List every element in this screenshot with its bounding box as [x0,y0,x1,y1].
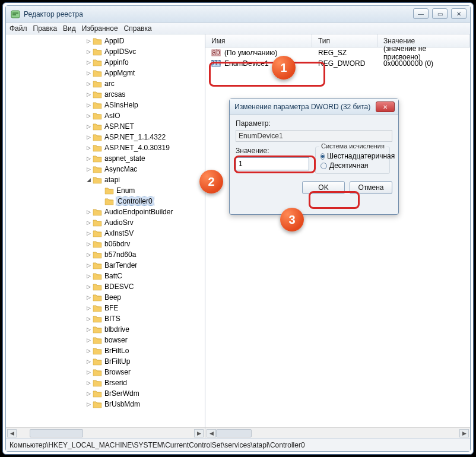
tree-node[interactable]: ▷BITS [6,313,205,324]
col-header-name[interactable]: Имя [205,34,312,47]
tree-node[interactable]: ▷arcsas [6,89,205,100]
col-header-type[interactable]: Тип [312,34,377,47]
radio-hex[interactable]: Шестнадцатеричная [320,152,385,160]
expand-icon[interactable]: ▷ [85,316,91,322]
expand-icon[interactable]: ▷ [85,369,91,375]
expand-icon[interactable]: ▷ [85,337,91,343]
radio-dec[interactable]: Десятичная [320,161,385,170]
folder-icon [93,80,102,88]
expand-icon[interactable]: ▷ [85,145,91,151]
tree-node[interactable]: ▷Brserid [6,377,205,388]
expand-icon[interactable]: ▷ [85,49,91,55]
value-input[interactable] [236,157,309,170]
close-button[interactable]: ✕ [451,8,467,19]
tree-node[interactable]: ▷AppIDSvc [6,46,205,57]
tree-node[interactable]: ◢atapi [6,174,205,185]
cancel-button[interactable]: Отмена [350,181,392,194]
expand-icon[interactable]: ▷ [85,252,91,258]
tree-node[interactable]: ▷arc [6,78,205,89]
list-hscrollbar[interactable]: ◀ ▶ [205,427,470,438]
scroll-thumb[interactable] [216,429,252,437]
tree-node[interactable]: ▷Beep [6,292,205,303]
expand-icon[interactable]: ▷ [85,209,91,215]
tree-node[interactable]: ▷bowser [6,335,205,345]
expand-icon[interactable]: ▷ [85,123,91,129]
dialog-close-button[interactable]: ✕ [376,101,395,112]
tree-node[interactable]: ▷b57nd60a [6,249,205,260]
expand-icon[interactable]: ▷ [85,59,91,65]
tree-node[interactable]: ▷BarTender [6,260,205,271]
expand-icon[interactable]: ▷ [85,38,91,44]
menu-favorites[interactable]: Избранное [82,24,118,33]
tree-node[interactable]: ▷AudioSrv [6,217,205,228]
tree-node[interactable]: ▷AxInstSV [6,228,205,239]
expand-icon[interactable]: ▷ [85,391,91,396]
expand-icon[interactable]: ▷ [85,380,91,386]
menu-help[interactable]: Справка [124,24,152,33]
expand-icon[interactable]: ▷ [85,81,91,87]
value-row[interactable]: (По умолчанию)REG_SZ(значение не присвое… [205,47,470,58]
value-row[interactable]: EnumDevice1REG_DWORD0x00000000 (0) [205,58,470,69]
tree-node[interactable]: ▷BrFiltLo [6,345,205,356]
expand-icon[interactable]: ▷ [85,166,91,172]
tree-node[interactable]: ▷aspnet_state [6,153,205,164]
tree-node[interactable]: ▷BrSerWdm [6,388,205,399]
expand-icon[interactable]: ▷ [85,155,91,161]
scroll-left-icon[interactable]: ◀ [207,429,216,437]
tree-node[interactable]: ▷ASP.NET_4.0.30319 [6,142,205,153]
tree-node[interactable]: ▷b06bdrv [6,239,205,249]
tree-node[interactable]: ▷BDESVC [6,281,205,292]
tree-node[interactable]: ▷blbdrive [6,324,205,335]
tree-node[interactable]: ▷ASP.NET [6,121,205,132]
tree-node[interactable]: ▷ASInsHelp [6,100,205,110]
expand-icon[interactable]: ▷ [85,262,91,268]
minimize-button[interactable]: — [413,8,429,19]
expand-icon[interactable]: ▷ [85,113,91,119]
expand-icon[interactable]: ▷ [85,70,91,76]
tree-node-label: BDESVC [104,283,134,291]
menu-view[interactable]: Вид [63,24,76,33]
tree-node-label: BattC [104,272,122,280]
scroll-thumb[interactable] [30,429,83,437]
tree-node[interactable]: ▷AppID [6,36,205,46]
scroll-right-icon[interactable]: ▶ [194,429,204,437]
expand-icon[interactable]: ▷ [85,348,91,354]
expand-icon[interactable]: ▷ [85,273,91,279]
expand-icon[interactable]: ▷ [85,230,91,236]
tree-node[interactable]: ▷AsyncMac [6,164,205,174]
menu-file[interactable]: Файл [9,24,27,33]
tree-node[interactable]: ▷ASP.NET_1.1.4322 [6,132,205,142]
expand-icon[interactable]: ▷ [85,241,91,247]
scroll-right-icon[interactable]: ▶ [459,429,469,437]
tree-node[interactable]: ▷Appinfo [6,57,205,68]
tree-node[interactable]: ▷AudioEndpointBuilder [6,207,205,217]
expand-icon[interactable]: ▷ [85,220,91,226]
expand-icon[interactable]: ▷ [85,358,91,364]
scroll-left-icon[interactable]: ◀ [7,429,17,437]
tree-node[interactable]: ▷Browser [6,367,205,377]
expand-icon[interactable]: ▷ [85,102,91,108]
tree-hscrollbar[interactable]: ◀ ▶ [6,427,205,438]
tree-node[interactable]: ▷BrUsbMdm [6,399,205,410]
tree-node-label: ASP.NET_4.0.30319 [104,144,170,152]
tree-node[interactable]: ▷BrFiltUp [6,356,205,367]
registry-tree[interactable]: ▷AppID▷AppIDSvc▷Appinfo▷AppMgmt▷arc▷arcs… [6,34,205,427]
menu-edit[interactable]: Правка [33,24,58,33]
maximize-button[interactable]: ▭ [432,8,448,19]
tree-node[interactable]: Controller0 [6,196,205,207]
expand-icon[interactable]: ▷ [85,401,91,407]
tree-node[interactable]: Enum [6,185,205,196]
tree-node[interactable]: ▷BattC [6,271,205,281]
expand-icon[interactable]: ▷ [85,91,91,97]
expand-icon[interactable]: ▷ [85,284,91,290]
tree-node[interactable]: ▷BFE [6,303,205,313]
folder-icon [93,133,102,141]
expand-icon[interactable]: ▷ [85,294,91,300]
expand-icon[interactable]: ▷ [85,134,91,140]
expand-icon[interactable]: ▷ [85,326,91,332]
expand-icon[interactable]: ◢ [85,177,91,183]
expand-icon[interactable]: ▷ [85,305,91,311]
tree-node[interactable]: ▷AsIO [6,110,205,121]
tree-node[interactable]: ▷AppMgmt [6,68,205,78]
ok-button[interactable]: OK [302,181,345,194]
